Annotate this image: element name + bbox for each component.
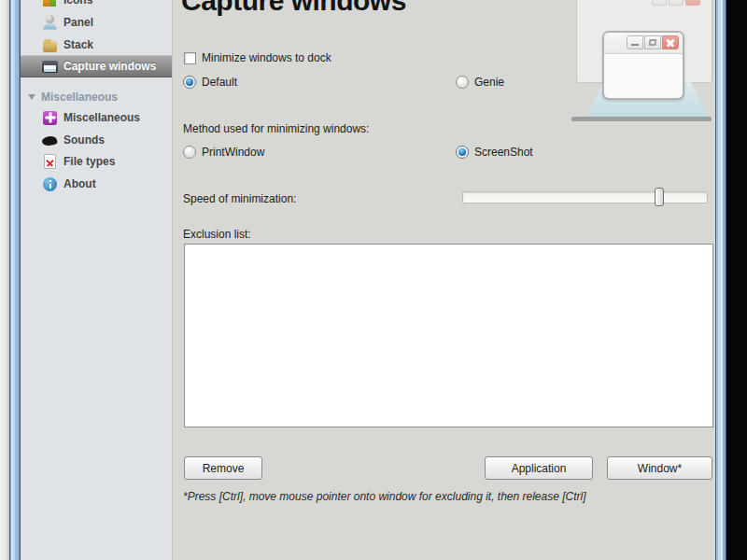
radio-label: Default bbox=[202, 76, 237, 89]
sidebar-item-label: About bbox=[63, 177, 96, 190]
exclusion-listbox[interactable] bbox=[184, 244, 713, 427]
minimize-button-icon bbox=[652, 0, 667, 6]
sidebar-item-panel[interactable]: Panel bbox=[21, 12, 172, 33]
radio-genie[interactable]: Genie bbox=[456, 76, 504, 89]
restore-button-icon bbox=[644, 35, 661, 49]
sidebar-item-label: Stack bbox=[63, 38, 93, 51]
sidebar-item-file-types[interactable]: File types bbox=[21, 151, 172, 172]
window-button[interactable]: Window* bbox=[607, 456, 712, 480]
sounds-icon bbox=[42, 133, 58, 148]
sidebar-item-label: Panel bbox=[63, 16, 93, 29]
checkbox-label: Minimize windows to dock bbox=[202, 51, 331, 64]
radio-icon[interactable] bbox=[456, 146, 469, 159]
capture-windows-panel: Capture windows bbox=[173, 0, 715, 560]
settings-window: Icons Panel Stack Capture windows Miscel… bbox=[0, 0, 747, 560]
sidebar-section-miscellaneous[interactable]: Miscellaneous bbox=[21, 88, 172, 106]
radio-screenshot[interactable]: ScreenShot bbox=[456, 146, 533, 159]
file-types-icon bbox=[42, 154, 58, 170]
remove-button[interactable]: Remove bbox=[184, 456, 262, 480]
close-button-icon bbox=[662, 35, 679, 49]
sidebar-item-icons[interactable]: Icons bbox=[21, 0, 172, 10]
desktop-right-edge bbox=[726, 0, 747, 560]
exclusion-list-label: Exclusion list: bbox=[183, 228, 251, 241]
sidebar-item-sounds[interactable]: Sounds bbox=[21, 130, 172, 150]
sidebar-item-label: Capture windows bbox=[63, 60, 156, 73]
minimize-button-icon bbox=[627, 35, 643, 49]
checkbox-icon[interactable] bbox=[184, 52, 196, 64]
speed-label: Speed of minimization: bbox=[183, 192, 296, 205]
page-title: Capture windows bbox=[181, 0, 406, 17]
dock-illustration bbox=[571, 0, 712, 123]
method-label: Method used for minimizing windows: bbox=[183, 122, 369, 135]
sidebar-item-miscellaneous[interactable]: Miscellaneous bbox=[21, 107, 172, 128]
capture-windows-icon bbox=[42, 59, 58, 75]
radio-icon[interactable] bbox=[183, 76, 196, 89]
slider-thumb[interactable] bbox=[655, 188, 664, 206]
sidebar-item-about[interactable]: About bbox=[21, 174, 172, 194]
about-icon bbox=[42, 176, 58, 192]
ctrl-hint-footnote: *Press [Ctrl], move mouse pointer onto w… bbox=[183, 490, 586, 503]
radio-label: ScreenShot bbox=[474, 146, 533, 159]
radio-label: Genie bbox=[474, 76, 504, 89]
sidebar-item-capture-windows[interactable]: Capture windows bbox=[21, 55, 172, 77]
desktop-left-edge bbox=[0, 0, 9, 560]
radio-printwindow[interactable]: PrintWindow bbox=[183, 146, 264, 159]
application-button[interactable]: Application bbox=[485, 456, 593, 480]
window-border-left bbox=[9, 0, 21, 560]
mini-window-illustration bbox=[602, 31, 684, 100]
dock-base-illustration bbox=[571, 117, 712, 121]
panel-icon bbox=[42, 15, 58, 31]
radio-label: PrintWindow bbox=[202, 146, 264, 159]
sidebar-item-label: File types bbox=[63, 155, 115, 168]
sidebar-item-label: Icons bbox=[63, 0, 92, 7]
radio-icon[interactable] bbox=[183, 146, 196, 159]
maximize-button-icon bbox=[669, 0, 684, 6]
sidebar-item-label: Miscellaneous bbox=[63, 111, 140, 124]
mini-window-titlebar bbox=[604, 33, 683, 54]
minimize-to-dock-checkbox[interactable]: Minimize windows to dock bbox=[184, 51, 331, 64]
sidebar-item-stack[interactable]: Stack bbox=[21, 35, 172, 55]
window-border-right bbox=[715, 0, 726, 560]
sidebar-section-label: Miscellaneous bbox=[41, 91, 118, 104]
radio-icon[interactable] bbox=[456, 76, 469, 89]
users-icon bbox=[42, 0, 58, 8]
stack-icon bbox=[42, 37, 58, 53]
settings-sidebar: Icons Panel Stack Capture windows Miscel… bbox=[21, 0, 173, 560]
miscellaneous-icon bbox=[42, 110, 58, 126]
close-button-icon bbox=[685, 0, 700, 6]
chevron-down-icon bbox=[28, 94, 35, 100]
sidebar-item-label: Sounds bbox=[63, 133, 105, 147]
speed-slider[interactable] bbox=[462, 191, 708, 203]
radio-default[interactable]: Default bbox=[183, 76, 237, 89]
